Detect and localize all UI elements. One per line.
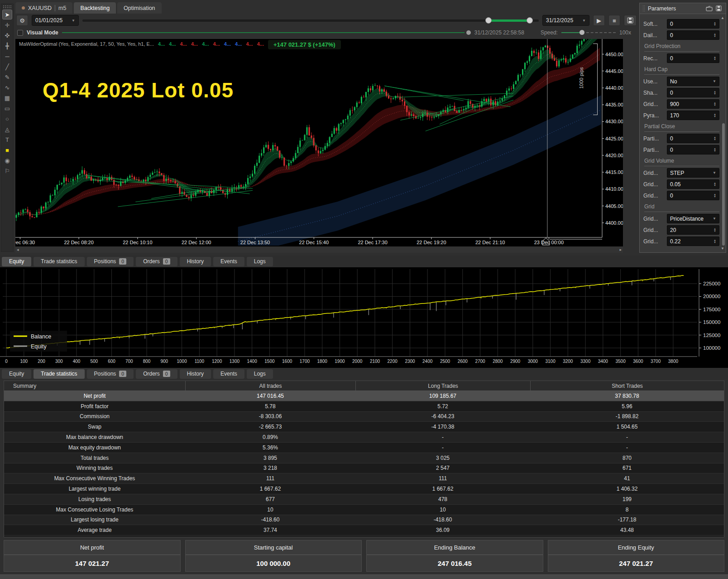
param-input[interactable]: 0.05▲▼ <box>667 179 719 189</box>
trend-line-tool[interactable]: ╱ <box>2 62 12 72</box>
panel-grip[interactable] <box>642 5 645 12</box>
slider-track[interactable] <box>82 19 539 22</box>
playback-progress-handle[interactable] <box>466 30 471 35</box>
spinner[interactable]: ▲▼ <box>714 56 716 61</box>
alert-tool[interactable]: ⚐ <box>2 166 12 176</box>
horizontal-line-tool[interactable]: ─ <box>2 51 12 61</box>
crosshair-tool[interactable]: ✛ <box>2 20 12 30</box>
spinner[interactable]: ▲▼ <box>714 22 716 26</box>
equity-chart-canvas[interactable]: BalanceEquity010020030040050060070080090… <box>0 267 728 368</box>
param-input[interactable]: 900▲▼ <box>667 99 719 109</box>
wave-tool[interactable]: ∿ <box>2 82 12 92</box>
indicator-badge[interactable]: 4... <box>235 41 242 47</box>
spinner[interactable]: ▲▼ <box>714 239 716 244</box>
tab-trade-statistics[interactable]: Trade statistics <box>34 369 84 379</box>
param-input[interactable]: 20▲▼ <box>667 225 719 235</box>
spinner[interactable]: ▲▼ <box>714 193 716 198</box>
toolbar-grip[interactable] <box>3 5 12 9</box>
indicator-badge[interactable]: 4... <box>213 41 220 47</box>
end-date-select[interactable]: 31/12/2025 ▼ <box>542 15 589 26</box>
date-range-slider[interactable] <box>82 15 539 26</box>
column-header[interactable]: Summary <box>4 381 185 391</box>
rectangle-tool[interactable]: ▭ <box>2 103 12 113</box>
visual-mode-checkbox[interactable] <box>17 30 23 36</box>
param-input[interactable]: 0.22▲▼ <box>667 236 719 246</box>
tab-positions[interactable]: Positions0 <box>87 369 134 379</box>
scroll-down-icon[interactable]: ▼ <box>721 246 724 251</box>
param-input[interactable]: 0▲▼ <box>667 53 719 63</box>
table-row[interactable]: Total trades3 8953 025870 <box>4 453 724 463</box>
column-header[interactable]: All trades <box>185 381 355 391</box>
tab-equity[interactable]: Equity <box>2 369 31 379</box>
spinner[interactable]: ▲▼ <box>714 91 716 95</box>
table-row[interactable]: Profit factor5.785.725.96 <box>4 401 724 412</box>
scroll-up-icon[interactable]: ▲ <box>721 16 724 20</box>
text-tool[interactable]: T <box>2 135 12 145</box>
param-input[interactable]: 0▲▼ <box>667 191 719 200</box>
tab-logs[interactable]: Logs <box>247 369 273 379</box>
column-header[interactable]: Short Trades <box>530 381 724 391</box>
tab-backtesting[interactable]: Backtesting <box>74 2 116 14</box>
chevron-down-icon[interactable]: ▼ <box>713 217 716 221</box>
stop-button[interactable]: ■ <box>608 15 620 26</box>
tab-history[interactable]: History <box>180 369 211 379</box>
table-row[interactable]: Swap-2 665.73-4 170.381 504.65 <box>4 422 724 432</box>
tab-positions[interactable]: Positions0 <box>87 257 134 266</box>
param-input[interactable]: 0▲▼ <box>667 19 719 29</box>
param-input[interactable]: 0▲▼ <box>667 145 719 154</box>
playback-progress-line[interactable] <box>62 32 465 33</box>
param-select[interactable]: No▼ <box>667 77 719 86</box>
cursor-tool[interactable]: ➤ <box>2 10 12 19</box>
indicator-badge[interactable]: 4... <box>246 41 253 47</box>
export-icon[interactable] <box>706 5 713 12</box>
tab-trade-statistics[interactable]: Trade statistics <box>34 257 84 266</box>
param-input[interactable]: 0▲▼ <box>667 88 719 97</box>
ellipse-tool[interactable]: ○ <box>2 114 12 124</box>
table-row[interactable]: Max Consecutive Winning Trades11111141 <box>4 473 724 484</box>
param-input[interactable]: 0▲▼ <box>667 30 719 40</box>
table-row[interactable]: Max equity drawdown5.36%-- <box>4 443 724 453</box>
spinner[interactable]: ▲▼ <box>714 102 716 106</box>
scroll-right-icon[interactable]: ▸ <box>619 247 622 252</box>
slider-handle-end[interactable] <box>527 17 533 24</box>
param-select[interactable]: STEP▼ <box>667 168 719 178</box>
table-row[interactable]: Largest winning trade1 667.621 667.621 4… <box>4 484 724 494</box>
indicator-label[interactable]: MaWilderOptimal (Yes, Exponential, 17, 5… <box>19 41 154 47</box>
param-input[interactable]: 0▲▼ <box>667 134 719 143</box>
anchor-tool[interactable]: ╋ <box>2 41 12 51</box>
table-row[interactable]: Max Consecutive Losing Trades10108 <box>4 505 724 515</box>
spinner[interactable]: ▲▼ <box>714 228 716 232</box>
tab-orders[interactable]: Orders0 <box>136 257 177 266</box>
tab-events[interactable]: Events <box>213 257 244 266</box>
parameters-header[interactable]: Parameters <box>640 3 726 14</box>
speed-slider[interactable] <box>561 30 616 35</box>
indicator-badge[interactable]: 4... <box>169 41 176 47</box>
table-row[interactable]: Largest losing trade-418.60-418.60-177.1… <box>4 515 724 526</box>
tab-equity[interactable]: Equity <box>2 257 31 266</box>
chevron-down-icon[interactable]: ▼ <box>713 171 716 175</box>
start-date-select[interactable]: 01/01/2025 ▼ <box>32 15 79 26</box>
spinner[interactable]: ▲▼ <box>714 182 716 187</box>
indicator-badge[interactable]: 4... <box>158 41 165 47</box>
camera-tool[interactable]: ◉ <box>2 155 12 165</box>
tab-logs[interactable]: Logs <box>247 257 273 266</box>
table-row[interactable]: Net profit147 016.45109 185.6737 830.78 <box>4 391 724 401</box>
tab-orders[interactable]: Orders0 <box>136 369 177 379</box>
param-input[interactable]: 170▲▼ <box>667 111 719 120</box>
indicator-badge[interactable]: 4... <box>202 41 209 47</box>
param-select[interactable]: PriceDistance▼ <box>667 214 719 223</box>
spinner[interactable]: ▲▼ <box>714 113 716 118</box>
chart-scrollbar[interactable]: ◂ ▸ <box>15 246 623 253</box>
price-chart[interactable]: 4450.004445.004440.004435.004430.004425.… <box>15 39 623 253</box>
column-header[interactable]: Long Trades <box>355 381 530 391</box>
indicator-badge[interactable]: 4... <box>180 41 187 47</box>
price-chart-canvas[interactable]: 4450.004445.004440.004435.004430.004425.… <box>15 39 623 246</box>
indicator-badge[interactable]: 4... <box>191 41 198 47</box>
save-icon[interactable] <box>716 5 723 12</box>
indicator-badge[interactable]: 4... <box>257 41 264 47</box>
table-row[interactable]: Winning trades3 2182 547671 <box>4 463 724 474</box>
spinner[interactable]: ▲▼ <box>714 148 716 152</box>
indicator-badge[interactable]: 4... <box>224 41 231 47</box>
parameters-scrollbar[interactable] <box>722 123 725 246</box>
grid-tool[interactable]: ▦ <box>2 93 12 103</box>
